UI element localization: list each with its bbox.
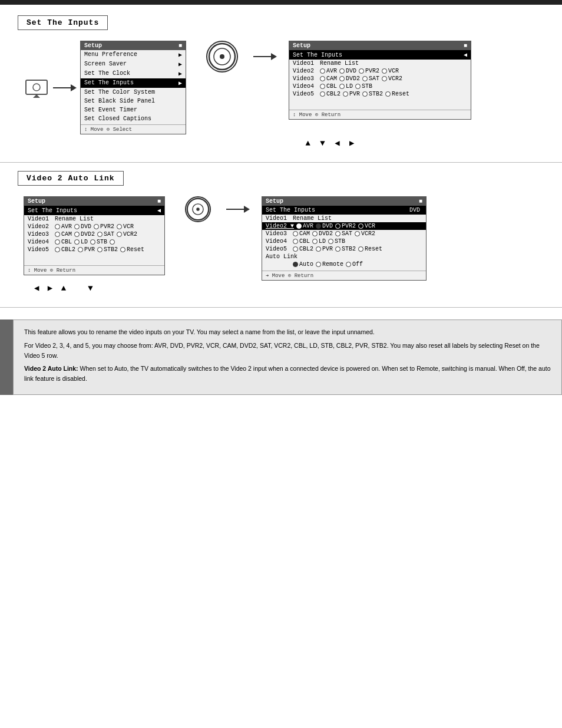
s2-left-video5[interactable]: Video5 CBL2 PVR STB2 Reset (24, 246, 164, 253)
s2-right-title: Setup ■ (262, 197, 426, 206)
s2-right-video1: Video1 Rename List (262, 215, 426, 222)
menu-screen-saver[interactable]: Screen Saver▶ (81, 60, 186, 69)
bottom-section: This feature allows you to rename the vi… (0, 319, 562, 395)
inputs-panel: Setup ■ Set The Inputs ◀ Video1 Rename L… (289, 41, 471, 120)
svg-point-5 (220, 54, 224, 59)
s2-right-video4[interactable]: Video4 CBL LD STB (262, 238, 426, 245)
section1: Set The Inputs Setup ■ (0, 5, 562, 154)
arrow2 (253, 53, 277, 60)
section1-middle (194, 41, 280, 73)
info-line-1: This feature allows you to rename the vi… (24, 327, 551, 337)
section2-left-panel: Setup ■ Set The Inputs ◀ Video1 Rename L… (24, 196, 165, 275)
section2-content: Setup ■ Set The Inputs ◀ Video1 Rename L… (24, 196, 544, 281)
s2-left-video3[interactable]: Video3 CAM DVD2 SAT VCR2 (24, 230, 164, 238)
left-tab (0, 319, 13, 395)
menu-menu-preference[interactable]: Menu Preference▶ (81, 50, 186, 60)
svg-point-2 (33, 84, 40, 91)
section2-right-panel: Setup ■ Set The Inputs DVD Video1 Rename… (262, 196, 427, 281)
section2-middle (173, 196, 253, 222)
top-bar (0, 0, 562, 5)
nav-arrows-section1: ▲ ▼ ◀ ▶ (118, 138, 544, 148)
info-line-3: Video 2 Auto Link: When set to Auto, the… (24, 364, 551, 384)
s2-left-video1: Video1 Rename List (24, 215, 164, 223)
menu-black-side[interactable]: Set Black Side Panel (81, 97, 186, 106)
divider1 (0, 162, 562, 163)
s2-right-autolink-label: Auto Link (262, 253, 426, 261)
setup-menu-box: Setup ■ Menu Preference▶ Screen Saver▶ S… (80, 41, 186, 134)
s2-left-subtitle: Set The Inputs ◀ (24, 206, 164, 215)
inputs-video5-row[interactable]: Video5 CBL2 PVR STB2 Reset (289, 90, 471, 98)
menu-closed-captions[interactable]: Set Closed Captions (81, 114, 186, 123)
s2-right-video5[interactable]: Video5 CBL2 PVR STB2 Reset (262, 245, 426, 253)
inputs-video1-row: Video1 Rename List (289, 60, 471, 67)
section1-left: Setup ■ Menu Preference▶ Screen Saver▶ S… (24, 41, 186, 134)
circle-tv-icon1 (206, 41, 238, 73)
nav-arrows-section2: ◀ ▶ ▲ ▼ (34, 283, 544, 293)
menu-event-timer[interactable]: Set Event Timer (81, 106, 186, 114)
divider2 (0, 307, 562, 308)
s2-left-title: Setup ■ (24, 197, 164, 206)
svg-point-8 (196, 207, 199, 210)
section1-content: Setup ■ Menu Preference▶ Screen Saver▶ S… (24, 41, 544, 134)
s2-left-video2[interactable]: Video2 AVR DVD PVR2 VCR (24, 223, 164, 230)
s2-right-video3[interactable]: Video3 CAM DVD2 SAT VCR2 (262, 230, 426, 238)
section2-label: Video 2 Auto Link (18, 171, 124, 186)
s2-right-autolink-options[interactable]: Auto Remote Off (262, 261, 426, 268)
menu-set-clock[interactable]: Set The Clock▶ (81, 69, 186, 78)
s2-right-video2[interactable]: Video2 ▼ AVR DVD PVR2 VCR (262, 222, 426, 230)
small-tv-icon (24, 77, 49, 98)
inputs-video2-row[interactable]: Video2 AVR DVD PVR2 VCR (289, 67, 471, 75)
menu-color-system[interactable]: Set The Color System (81, 88, 186, 97)
setup-menu-hint: ↕ Move ⊙ Select (81, 124, 186, 134)
bottom-info-box: This feature allows you to rename the vi… (13, 319, 562, 395)
inputs-subtitle: Set The Inputs ◀ (289, 50, 471, 60)
inputs-title: Setup ■ (289, 41, 471, 50)
s2-right-hint: ➔ Move ⊙ Return (262, 271, 426, 280)
arrow1 (53, 84, 77, 91)
section2-left: Setup ■ Set The Inputs ◀ Video1 Rename L… (24, 196, 165, 275)
inputs-video3-row[interactable]: Video3 CAM DVD2 SAT VCR2 (289, 75, 471, 83)
inputs-video4-row[interactable]: Video4 CBL LD STB (289, 83, 471, 90)
inputs-hint: ↕ Move ⊙ Return (289, 110, 471, 119)
circle-tv-icon2 (185, 196, 211, 222)
s2-left-hint: ↕ Move ⊙ Return (24, 265, 164, 275)
arrow3 (226, 206, 250, 213)
section2: Video 2 Auto Link Setup ■ Set The Inputs… (0, 171, 562, 299)
svg-rect-0 (26, 80, 47, 94)
s2-left-video4[interactable]: Video4 CBL LD STB (24, 238, 164, 246)
s2-right-subtitle: Set The Inputs DVD (262, 206, 426, 215)
info-line-2: For Video 2, 3, 4, and 5, you may choose… (24, 341, 551, 361)
section1-label: Set The Inputs (18, 15, 108, 30)
menu-set-inputs[interactable]: Set The Inputs▶ (81, 78, 186, 88)
setup-menu-title: Setup ■ (81, 41, 186, 50)
